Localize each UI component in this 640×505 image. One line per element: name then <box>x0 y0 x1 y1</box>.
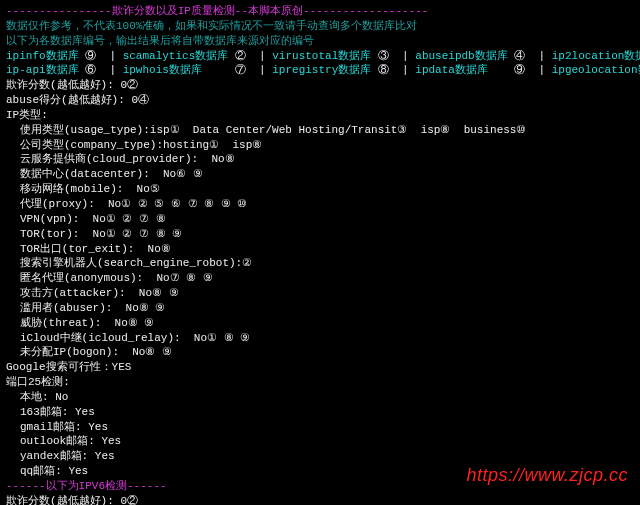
port25-163: 163邮箱: Yes <box>6 405 634 420</box>
db-row-2: ip-api数据库 ⑥ | ipwhois数据库 ⑦ | ipregistry数… <box>6 63 634 78</box>
datacenter: 数据中心(datacenter): No⑥ ⑨ <box>6 167 634 182</box>
attacker: 攻击方(attacker): No⑧ ⑨ <box>6 286 634 301</box>
icloud-relay: iCloud中继(icloud_relay): No① ⑧ ⑨ <box>6 331 634 346</box>
vpn: VPN(vpn): No① ② ⑦ ⑧ <box>6 212 634 227</box>
bogon: 未分配IP(bogon): No⑧ ⑨ <box>6 345 634 360</box>
watermark-url: https://www.zjcp.cc <box>466 463 628 487</box>
proxy: 代理(proxy): No① ② ⑤ ⑥ ⑦ ⑧ ⑨ ⑩ <box>6 197 634 212</box>
port25-outlook: outlook邮箱: Yes <box>6 434 634 449</box>
mobile: 移动网络(mobile): No⑤ <box>6 182 634 197</box>
google-search: Google搜索可行性：YES <box>6 360 634 375</box>
abuse-score: abuse得分(越低越好): 0④ <box>6 93 634 108</box>
iptype-header: IP类型: <box>6 108 634 123</box>
port25-local: 本地: No <box>6 390 634 405</box>
anonymous: 匿名代理(anonymous): No⑦ ⑧ ⑨ <box>6 271 634 286</box>
warning-line: 数据仅作参考，不代表100%准确，如果和实际情况不一致请手动查询多个数据库比对 <box>6 19 634 34</box>
company-type: 公司类型(company_type):hosting① isp⑧ <box>6 138 634 153</box>
db-intro: 以下为各数据库编号，输出结果后将自带数据库来源对应的编号 <box>6 34 634 49</box>
tor-exit: TOR出口(tor_exit): No⑧ <box>6 242 634 257</box>
ipv6-fraud: 欺诈分数(越低越好): 0② <box>6 494 634 505</box>
threat: 威胁(threat): No⑧ ⑨ <box>6 316 634 331</box>
db-row-1: ipinfo数据库 ⑨ | scamalytics数据库 ② | virusto… <box>6 49 634 64</box>
tor: TOR(tor): No① ② ⑦ ⑧ ⑨ <box>6 227 634 242</box>
terminal-output: ----------------欺诈分数以及IP质量检测--本脚本原创-----… <box>6 4 634 505</box>
search-robot: 搜索引擎机器人(search_engine_robot):② <box>6 256 634 271</box>
fraud-score: 欺诈分数(越低越好): 0② <box>6 78 634 93</box>
abuser: 滥用者(abuser): No⑧ ⑨ <box>6 301 634 316</box>
port25-gmail: gmail邮箱: Yes <box>6 420 634 435</box>
section-header: ----------------欺诈分数以及IP质量检测--本脚本原创-----… <box>6 4 634 19</box>
port25-header: 端口25检测: <box>6 375 634 390</box>
cloud-provider: 云服务提供商(cloud_provider): No⑧ <box>6 152 634 167</box>
usage-type: 使用类型(usage_type):isp① Data Center/Web Ho… <box>6 123 634 138</box>
